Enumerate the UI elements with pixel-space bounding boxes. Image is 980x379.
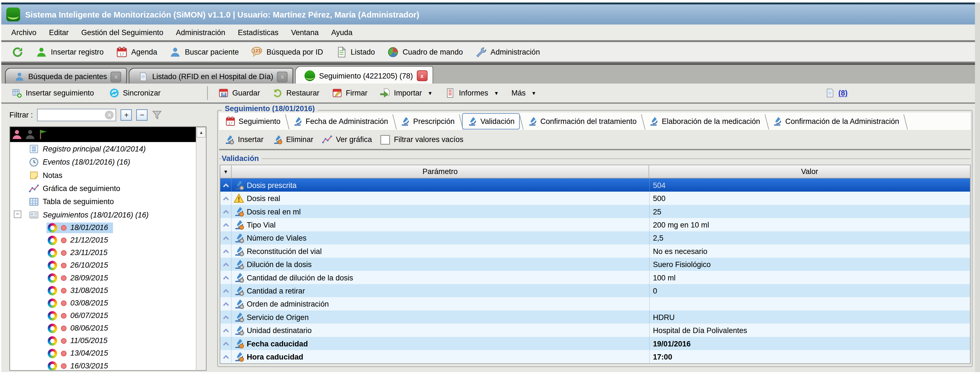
- collapse-node-icon[interactable]: −: [14, 211, 21, 218]
- inner-tab[interactable]: Prescripción: [396, 114, 459, 129]
- parameter-value[interactable]: 0: [649, 284, 970, 297]
- table-row[interactable]: Dosis real en ml 25: [220, 205, 970, 218]
- table-row[interactable]: Dilución de la dosis Suero Fisiológico: [220, 257, 970, 271]
- table-row[interactable]: Hora caducidad 17:00: [220, 350, 970, 363]
- clear-filter-icon[interactable]: ✕: [105, 110, 114, 120]
- inner-tab[interactable]: Validación: [462, 113, 519, 130]
- tab-listado-rfid[interactable]: Listado (RFID en el Hospital de Día) x: [129, 68, 293, 85]
- parameter-value[interactable]: 2,5: [649, 232, 970, 245]
- parameter-value[interactable]: Hospital de Día Polivalentes: [649, 324, 970, 337]
- chevron-up-icon[interactable]: [220, 284, 232, 297]
- tree-item-grafica[interactable]: Gráfica de seguimiento: [10, 182, 196, 195]
- parameter-value[interactable]: [649, 297, 970, 310]
- menu-item[interactable]: Ventana: [285, 28, 325, 37]
- tree-date-item[interactable]: 21/12/2015: [10, 234, 196, 246]
- chevron-up-icon[interactable]: [220, 350, 232, 363]
- more-button[interactable]: Más ▼: [506, 86, 542, 99]
- parameter-value[interactable]: 19/01/2016: [649, 337, 970, 350]
- notifications-count[interactable]: (8): [838, 88, 848, 98]
- scroll-up-icon[interactable]: ▲: [196, 127, 206, 138]
- tree-item-seguimientos[interactable]: − Seguimientos (18/01/2016) (16): [10, 208, 196, 221]
- table-row[interactable]: Número de Viales 2,5: [220, 232, 970, 245]
- tree-date-item[interactable]: 06/07/2015: [10, 309, 196, 321]
- table-row[interactable]: Unidad destinatario Hospital de Día Poli…: [220, 324, 970, 337]
- table-row[interactable]: Dosis prescrita 504: [220, 179, 970, 192]
- inner-tab[interactable]: Seguimiento: [221, 114, 285, 129]
- expand-all-button[interactable]: +: [121, 109, 132, 121]
- tree-date-item[interactable]: 26/10/2015: [10, 259, 196, 272]
- menu-item[interactable]: Gestión del Seguimiento: [75, 28, 169, 37]
- sign-button[interactable]: Firmar: [326, 86, 373, 100]
- reports-button[interactable]: Informes ▼: [439, 86, 504, 100]
- tree-date-item[interactable]: 03/08/2015: [10, 297, 196, 309]
- filter-funnel-icon[interactable]: [152, 110, 162, 120]
- dashboard-button[interactable]: Cuadro de mando: [382, 44, 469, 59]
- checkbox-icon[interactable]: [381, 135, 390, 144]
- close-tab-icon[interactable]: x: [111, 71, 121, 82]
- parameter-value[interactable]: 25: [649, 205, 970, 218]
- parameter-value[interactable]: 500: [649, 192, 970, 205]
- table-row[interactable]: Fecha caducidad 19/01/2016: [220, 337, 970, 350]
- filter-input[interactable]: ✕: [37, 109, 116, 121]
- table-row[interactable]: Orden de administración: [220, 297, 970, 310]
- table-row[interactable]: Cantidad a retirar 0: [220, 284, 970, 297]
- notifications-link[interactable]: (8): [825, 88, 848, 98]
- column-header-valor[interactable]: Valor: [649, 165, 970, 178]
- tree-item-notas[interactable]: Notas: [10, 168, 196, 182]
- close-tab-icon[interactable]: x: [277, 71, 288, 82]
- inner-tab[interactable]: Fecha de Administración: [288, 114, 393, 129]
- column-header-parametro[interactable]: Parámetro: [232, 165, 649, 178]
- tree-date-item[interactable]: 13/04/2015: [10, 347, 196, 360]
- table-row[interactable]: Dosis real 500: [220, 192, 970, 205]
- restore-button[interactable]: Restaurar: [267, 86, 325, 100]
- menu-item[interactable]: Archivo: [5, 28, 43, 37]
- menu-item[interactable]: Estadísticas: [231, 28, 285, 37]
- inner-tab[interactable]: Confirmación de la Administración: [768, 114, 904, 129]
- chevron-up-icon[interactable]: [220, 205, 232, 218]
- save-button[interactable]: Guardar: [213, 86, 266, 100]
- tree-date-item[interactable]: 08/06/2015: [10, 322, 196, 334]
- search-patient-button[interactable]: Buscar paciente: [164, 44, 245, 59]
- tree-item-tabla[interactable]: Tabla de seguimiento: [10, 195, 196, 208]
- chevron-up-icon[interactable]: [220, 257, 232, 271]
- tree-date-item[interactable]: 18/01/2016: [10, 221, 196, 233]
- column-filter-icon[interactable]: ▼: [220, 165, 232, 178]
- tree-item-eventos[interactable]: Eventos (18/01/2016) (16): [10, 155, 196, 168]
- chevron-up-icon[interactable]: [220, 310, 232, 324]
- view-chart-button[interactable]: Ver gráfica: [322, 134, 372, 144]
- collapse-all-button[interactable]: −: [137, 109, 148, 121]
- tree-date-item[interactable]: 23/11/2015: [10, 246, 196, 259]
- chevron-up-icon[interactable]: [220, 297, 232, 310]
- table-row[interactable]: Tipo Vial 200 mg en 10 ml: [220, 218, 970, 231]
- chevron-up-icon[interactable]: [220, 218, 232, 231]
- tree-item-registro-principal[interactable]: Registro principal (24/10/2014): [10, 142, 196, 155]
- tab-seguimiento[interactable]: Seguimiento (4221205) (78) x: [295, 66, 433, 85]
- sync-button[interactable]: Sincronizar: [103, 86, 166, 100]
- tree-root-patient-redacted[interactable]: [10, 127, 196, 142]
- close-tab-icon[interactable]: x: [417, 70, 427, 81]
- tree-date-item[interactable]: 11/05/2015: [10, 334, 196, 347]
- tree-date-item[interactable]: 28/09/2015: [10, 272, 196, 284]
- parameter-value[interactable]: HDRU: [649, 310, 970, 324]
- chevron-up-icon[interactable]: [220, 337, 232, 350]
- inner-tab[interactable]: Confirmación del tratamiento: [523, 114, 641, 129]
- insert-parameter-button[interactable]: Insertar: [224, 134, 263, 144]
- filter-empty-checkbox[interactable]: Filtrar valores vacíos: [381, 135, 463, 144]
- insert-seguimiento-button[interactable]: Insertar seguimiento: [6, 86, 100, 100]
- table-row[interactable]: Cantidad de dilución de la dosis 100 ml: [220, 271, 970, 284]
- insert-record-button[interactable]: Insertar registro: [30, 44, 109, 59]
- refresh-button[interactable]: [6, 44, 29, 59]
- menu-item[interactable]: Editar: [43, 28, 75, 37]
- parameter-value[interactable]: 200 mg en 10 ml: [649, 218, 970, 231]
- tab-busqueda-pacientes[interactable]: Búsqueda de pacientes x: [5, 68, 127, 85]
- tree-date-item[interactable]: 16/03/2015: [10, 360, 196, 370]
- administration-button[interactable]: Administración: [470, 44, 546, 59]
- inner-tab[interactable]: Elaboración de la medicación: [644, 114, 765, 129]
- chevron-up-icon[interactable]: [220, 245, 232, 257]
- parameter-value[interactable]: 100 ml: [649, 271, 970, 284]
- chevron-up-icon[interactable]: [220, 232, 232, 245]
- tree-date-item[interactable]: 31/08/2015: [10, 284, 196, 297]
- menu-item[interactable]: Administración: [170, 28, 232, 37]
- tree-scrollbar[interactable]: ▲: [196, 127, 206, 370]
- chevron-up-icon[interactable]: [220, 192, 232, 205]
